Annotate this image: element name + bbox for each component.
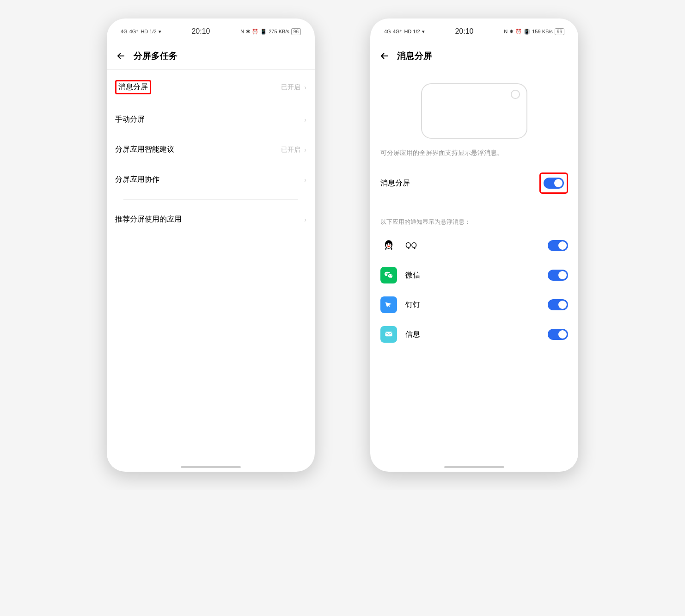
svg-point-1	[386, 243, 391, 248]
row-label: 分屏应用智能建议	[115, 145, 174, 154]
svg-point-2	[387, 243, 388, 245]
status-bar: 4G 4G⁺ HD 1/2 ▾ 20:10 N ✱ ⏰ 📳 275 KB/s 9…	[107, 22, 315, 41]
qq-toggle[interactable]	[548, 240, 568, 251]
toggle-label: 消息分屏	[380, 179, 410, 188]
dropdown-icon: ▾	[159, 29, 161, 35]
row-manual-split[interactable]: 手动分屏 ›	[115, 105, 306, 135]
chevron-right-icon: ›	[304, 216, 306, 223]
home-indicator[interactable]	[181, 466, 241, 468]
message-icon	[380, 326, 397, 343]
dingtalk-toggle[interactable]	[548, 299, 568, 310]
message-split-toggle[interactable]	[544, 178, 564, 189]
highlight-box: 消息分屏	[115, 80, 151, 94]
row-label: 分屏应用协作	[115, 175, 159, 185]
row-status: 已开启	[281, 83, 300, 92]
status-left: 4G 4G⁺ HD 1/2 ▾	[384, 29, 425, 35]
settings-list: 消息分屏 已开启 › 手动分屏 › 分屏应用智能建议 已开启 › 分屏应用协作 …	[107, 70, 315, 234]
status-time: 20:10	[455, 27, 473, 36]
status-right: N ✱ ⏰ 📳 275 KB/s 96	[240, 28, 301, 35]
app-row-wechat: 微信	[370, 260, 578, 290]
app-row-dingtalk: 钉钉	[370, 290, 578, 320]
chevron-right-icon: ›	[304, 176, 306, 184]
battery-icon: 96	[555, 28, 564, 35]
dropdown-icon: ▾	[422, 29, 425, 35]
home-indicator[interactable]	[444, 466, 504, 468]
app-row-message: 信息	[370, 320, 578, 349]
vibrate-icon: 📳	[524, 29, 530, 35]
chevron-right-icon: ›	[304, 116, 306, 123]
page-title: 分屏多任务	[134, 50, 177, 62]
phone-right-message-split-detail: 4G 4G⁺ HD 1/2 ▾ 20:10 N ✱ ⏰ 📳 159 KB/s 9…	[370, 18, 578, 472]
row-status: 已开启	[281, 146, 300, 154]
chevron-right-icon: ›	[304, 84, 306, 91]
header: 分屏多任务	[107, 41, 315, 69]
row-label: 手动分屏	[115, 115, 145, 124]
status-time: 20:10	[191, 27, 210, 36]
app-name: 钉钉	[405, 300, 420, 310]
svg-point-3	[389, 243, 391, 245]
back-button[interactable]	[115, 50, 127, 62]
bluetooth-icon: ✱	[246, 29, 250, 35]
svg-rect-5	[385, 332, 392, 336]
hd-icon: HD 1/2	[404, 29, 420, 34]
row-app-collab[interactable]: 分屏应用协作 ›	[115, 165, 306, 195]
network-speed: 275 KB/s	[269, 29, 289, 34]
signal-4g-plus-icon: 4G⁺	[129, 29, 139, 35]
header: 消息分屏	[370, 41, 578, 69]
wechat-icon	[380, 267, 397, 283]
app-name: 微信	[405, 271, 420, 280]
main-toggle-row: 消息分屏	[370, 162, 578, 204]
signal-4g-icon: 4G	[384, 29, 391, 34]
app-row-qq: QQ	[370, 231, 578, 260]
row-message-split[interactable]: 消息分屏 已开启 ›	[115, 70, 306, 105]
alarm-icon: ⏰	[515, 29, 522, 35]
app-name: QQ	[405, 241, 417, 250]
chevron-right-icon: ›	[304, 146, 306, 154]
battery-icon: 96	[291, 28, 301, 35]
vibrate-icon: 📳	[260, 29, 267, 35]
highlight-box	[539, 172, 568, 194]
page-title: 消息分屏	[397, 50, 432, 62]
phone-left-split-screen-settings: 4G 4G⁺ HD 1/2 ▾ 20:10 N ✱ ⏰ 📳 275 KB/s 9…	[107, 18, 315, 472]
section-label: 以下应用的通知显示为悬浮消息：	[370, 204, 578, 231]
status-right: N ✱ ⏰ 📳 159 KB/s 96	[504, 28, 564, 35]
signal-4g-plus-icon: 4G⁺	[393, 29, 403, 35]
qq-icon	[380, 237, 397, 254]
wechat-toggle[interactable]	[548, 270, 568, 281]
nfc-icon: N	[240, 29, 244, 34]
phone-illustration	[421, 83, 527, 139]
row-recommended-apps[interactable]: 推荐分屏使用的应用 ›	[115, 204, 306, 234]
hd-icon: HD 1/2	[141, 29, 156, 34]
alarm-icon: ⏰	[252, 29, 258, 35]
signal-4g-icon: 4G	[121, 29, 128, 34]
network-speed: 159 KB/s	[532, 29, 553, 34]
dingtalk-icon	[380, 296, 397, 313]
app-name: 信息	[405, 330, 420, 339]
description-text: 可分屏应用的全屏界面支持显示悬浮消息。	[370, 148, 578, 162]
back-button[interactable]	[379, 50, 391, 62]
status-left: 4G 4G⁺ HD 1/2 ▾	[121, 29, 161, 35]
bluetooth-icon: ✱	[509, 29, 514, 35]
nfc-icon: N	[504, 29, 508, 34]
row-label: 消息分屏	[118, 83, 148, 91]
row-label: 推荐分屏使用的应用	[115, 215, 182, 224]
row-smart-suggest[interactable]: 分屏应用智能建议 已开启 ›	[115, 135, 306, 165]
message-toggle[interactable]	[548, 329, 568, 340]
status-bar: 4G 4G⁺ HD 1/2 ▾ 20:10 N ✱ ⏰ 📳 159 KB/s 9…	[370, 22, 578, 41]
